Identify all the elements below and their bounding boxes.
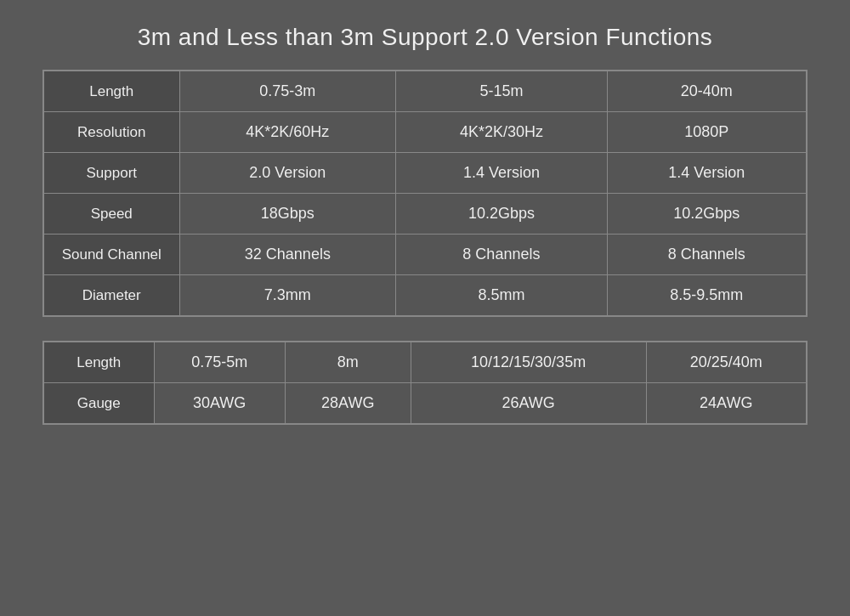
row-cell: 28AWG (285, 383, 411, 425)
row-cell: 10/12/15/30/35m (411, 342, 646, 383)
row-cell: 0.75-3m (179, 71, 396, 112)
row-cell: 1080P (607, 112, 807, 153)
table-row: Gauge30AWG28AWG26AWG24AWG (43, 383, 807, 425)
row-cell: 2.0 Version (179, 153, 396, 194)
table-row: Support2.0 Version1.4 Version1.4 Version (43, 153, 807, 194)
row-cell: 8.5mm (396, 275, 607, 317)
row-label: Speed (43, 194, 179, 235)
row-cell: 8 Channels (396, 235, 607, 275)
row-cell: 1.4 Version (607, 153, 807, 194)
row-label: Sound Channel (43, 235, 179, 275)
table-row: Length0.75-3m5-15m20-40m (43, 71, 807, 112)
row-cell: 7.3mm (179, 275, 396, 317)
table-row: Length0.75-5m8m10/12/15/30/35m20/25/40m (43, 342, 807, 383)
gauge-table-container: Length0.75-5m8m10/12/15/30/35m20/25/40mG… (42, 341, 808, 425)
row-cell: 32 Channels (179, 235, 396, 275)
row-cell: 20-40m (607, 71, 807, 112)
row-label: Resolution (43, 112, 179, 153)
row-cell: 20/25/40m (646, 342, 807, 383)
row-cell: 5-15m (396, 71, 607, 112)
row-cell: 0.75-5m (154, 342, 285, 383)
row-cell: 8m (285, 342, 411, 383)
row-label: Support (43, 153, 179, 194)
main-table: Length0.75-3m5-15m20-40mResolution4K*2K/… (42, 70, 808, 317)
row-cell: 8 Channels (607, 235, 807, 275)
main-table-container: Length0.75-3m5-15m20-40mResolution4K*2K/… (42, 70, 808, 317)
page-title: 3m and Less than 3m Support 2.0 Version … (138, 24, 713, 51)
row-label: Length (43, 71, 179, 112)
row-label: Diameter (43, 275, 179, 317)
table-row: Speed18Gbps10.2Gbps10.2Gbps (43, 194, 807, 235)
row-cell: 1.4 Version (396, 153, 607, 194)
row-cell: 4K*2K/30Hz (396, 112, 607, 153)
row-cell: 8.5-9.5mm (607, 275, 807, 317)
row-label: Gauge (43, 383, 154, 425)
row-cell: 4K*2K/60Hz (179, 112, 396, 153)
table-row: Diameter7.3mm8.5mm8.5-9.5mm (43, 275, 807, 317)
row-label: Length (43, 342, 154, 383)
row-cell: 18Gbps (179, 194, 396, 235)
row-cell: 24AWG (646, 383, 807, 425)
row-cell: 10.2Gbps (396, 194, 607, 235)
row-cell: 30AWG (154, 383, 285, 425)
table-row: Resolution4K*2K/60Hz4K*2K/30Hz1080P (43, 112, 807, 153)
row-cell: 10.2Gbps (607, 194, 807, 235)
row-cell: 26AWG (411, 383, 646, 425)
gauge-table: Length0.75-5m8m10/12/15/30/35m20/25/40mG… (42, 341, 808, 425)
table-row: Sound Channel32 Channels8 Channels8 Chan… (43, 235, 807, 275)
